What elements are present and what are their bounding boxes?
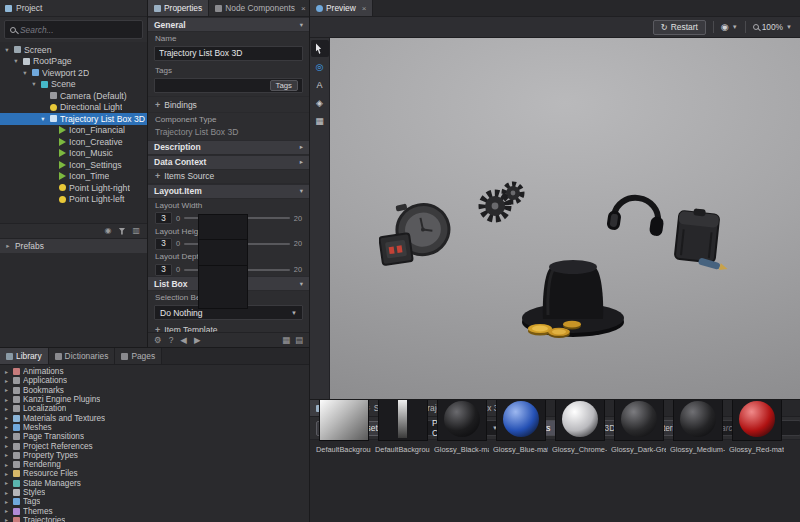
expander-icon[interactable]: ▸ [3, 508, 10, 514]
gears-object[interactable] [477, 180, 529, 226]
zoom-control[interactable]: 100% ▼ [753, 22, 792, 32]
expander-icon[interactable]: ▸ [3, 397, 10, 403]
tree-item-screen[interactable]: ▾Screen [0, 44, 147, 56]
tree-item-styles[interactable]: ▸Styles [0, 488, 309, 497]
filter-icon[interactable] [118, 228, 125, 235]
tree-item-scene[interactable]: ▾Scene [0, 79, 147, 91]
prefabs-section-header[interactable]: ▸ Prefabs [0, 238, 147, 253]
expander-icon[interactable]: ▸ [3, 452, 10, 458]
tab-pages[interactable]: Pages [115, 348, 162, 364]
tree-item-icon-settings[interactable]: Icon_Settings [0, 159, 147, 171]
ammo-box-object[interactable] [664, 207, 736, 273]
asset-glossy-chrome[interactable]: Glossy_Chrome-... [552, 445, 607, 517]
section-general[interactable]: General ▾ [148, 17, 309, 32]
tree-item-viewport-2d[interactable]: ▾Viewport 2D [0, 67, 147, 79]
tab-dictionaries[interactable]: Dictionaries [49, 348, 116, 364]
headphones-object[interactable] [607, 184, 669, 240]
tree-item-animations[interactable]: ▸Animations [0, 367, 309, 376]
asset-glossy-red-mate[interactable]: Glossy_Red-mate... [729, 445, 784, 517]
tree-item-meshes[interactable]: ▸Meshes [0, 423, 309, 432]
tree-item-icon-time[interactable]: Icon_Time [0, 171, 147, 183]
tree-item-camera-default[interactable]: Camera (Default) [0, 90, 147, 102]
tree-item-kanzi-engine-plugins[interactable]: ▸Kanzi Engine Plugins [0, 395, 309, 404]
expander-icon[interactable]: ▸ [3, 369, 10, 375]
items-source-row[interactable]: + Items Source [148, 170, 309, 184]
slider-track[interactable] [184, 243, 290, 245]
help-icon[interactable]: ? [169, 335, 174, 345]
expander-icon[interactable]: ▾ [39, 116, 47, 123]
tree-item-point-light-left[interactable]: Point Light-left [0, 194, 147, 206]
slider-track[interactable] [184, 217, 290, 219]
project-search[interactable] [4, 20, 143, 39]
tree-item-materials-and-textures[interactable]: ▸Materials and Textures [0, 413, 309, 422]
tree-item-icon-music[interactable]: Icon_Music [0, 148, 147, 160]
value-input[interactable]: 3 [155, 238, 172, 250]
tags-button[interactable]: Tags [270, 80, 298, 91]
expander-icon[interactable]: ▸ [3, 471, 10, 477]
eyedropper-tool-icon[interactable]: ◈ [311, 94, 329, 111]
expander-icon[interactable]: ▾ [12, 58, 20, 65]
expander-icon[interactable]: ▾ [21, 70, 29, 77]
tree-item-point-light-right[interactable]: Point Light-right [0, 182, 147, 194]
tree-item-localization[interactable]: ▸Localization [0, 404, 309, 413]
name-input[interactable] [159, 48, 298, 58]
visibility-dropdown[interactable]: ◉ ▼ [721, 23, 738, 32]
asset-glossy-medium[interactable]: Glossy_Medium-... [670, 445, 725, 517]
asset-glossy-dark-gre[interactable]: Glossy_Dark-Gre... [611, 445, 666, 517]
restart-button[interactable]: ↻ Restart [653, 20, 706, 35]
grid-view-icon[interactable]: ▦ [282, 335, 290, 345]
asset-glossy-black-ma[interactable]: Glossy_Black-ma... [434, 445, 489, 517]
preview-viewport[interactable] [330, 38, 800, 399]
tree-item-property-types[interactable]: ▸Property Types [0, 451, 309, 460]
value-input[interactable]: 3 [155, 264, 172, 276]
alarm-clock-object[interactable] [379, 197, 457, 269]
tree-item-page-transitions[interactable]: ▸Page Transitions [0, 432, 309, 441]
expander-icon[interactable]: ▸ [3, 424, 10, 430]
columns-icon[interactable]: ▥ [132, 227, 140, 235]
expander-icon[interactable]: ▸ [3, 406, 10, 412]
back-icon[interactable]: ◀ [180, 335, 187, 345]
expander-icon[interactable]: ▸ [3, 490, 10, 496]
tree-item-tags[interactable]: ▸Tags [0, 497, 309, 506]
expander-icon[interactable]: ▸ [3, 415, 10, 421]
expander-icon[interactable]: ▸ [3, 462, 10, 468]
section-data-context[interactable]: Data Context ▸ [148, 155, 309, 170]
tree-item-rootpage[interactable]: ▾RootPage [0, 56, 147, 68]
tree-item-project-references[interactable]: ▸Project References [0, 441, 309, 450]
tree-item-bookmarks[interactable]: ▸Bookmarks [0, 386, 309, 395]
asset-defaultbackgrou[interactable]: DefaultBackgrou... [375, 445, 430, 517]
bindings-row[interactable]: + Bindings [148, 99, 309, 113]
item-template-row[interactable]: + Item Template [148, 323, 309, 332]
tab-library[interactable]: Library [0, 348, 49, 364]
tab-properties[interactable]: Properties [148, 0, 209, 16]
tree-item-icon-financial[interactable]: Icon_Financial [0, 125, 147, 137]
tab-node-components[interactable]: Node Components × [209, 0, 310, 16]
expander-icon[interactable]: ▸ [3, 378, 10, 384]
asset-defaultbackgrou[interactable]: DefaultBackgrou... [316, 445, 371, 517]
section-description[interactable]: Description ▸ [148, 140, 309, 155]
list-view-icon[interactable]: ▤ [295, 335, 303, 345]
expander-icon[interactable]: ▸ [3, 517, 10, 522]
close-icon[interactable]: × [362, 4, 367, 13]
tree-item-trajectories[interactable]: ▸Trajectories [0, 516, 309, 522]
forward-icon[interactable]: ▶ [194, 335, 201, 345]
tree-item-state-managers[interactable]: ▸State Managers [0, 479, 309, 488]
tree-item-rendering[interactable]: ▸Rendering [0, 460, 309, 469]
project-search-input[interactable] [20, 25, 137, 35]
expander-icon[interactable]: ▸ [3, 499, 10, 505]
expander-icon[interactable]: ▾ [30, 81, 38, 88]
expander-icon[interactable]: ▸ [3, 434, 10, 440]
text-tool-icon[interactable]: A [311, 76, 329, 93]
gear-icon[interactable]: ⚙ [154, 335, 162, 345]
value-input[interactable]: 3 [155, 212, 172, 224]
expander-icon[interactable]: ▸ [3, 443, 10, 449]
tags-input-wrap[interactable]: Tags [154, 78, 303, 93]
asset-glossy-blue-mat[interactable]: Glossy_Blue-mat... [493, 445, 548, 517]
tree-item-directional-light[interactable]: Directional Light [0, 102, 147, 114]
section-layout-item[interactable]: Layout.Item ▾ [148, 184, 309, 199]
expander-icon[interactable]: ▸ [3, 480, 10, 486]
expander-icon[interactable]: ▸ [3, 387, 10, 393]
visibility-icon[interactable]: ◉ [104, 227, 111, 235]
tree-item-icon-creative[interactable]: Icon_Creative [0, 136, 147, 148]
select-tool-icon[interactable] [311, 40, 329, 57]
